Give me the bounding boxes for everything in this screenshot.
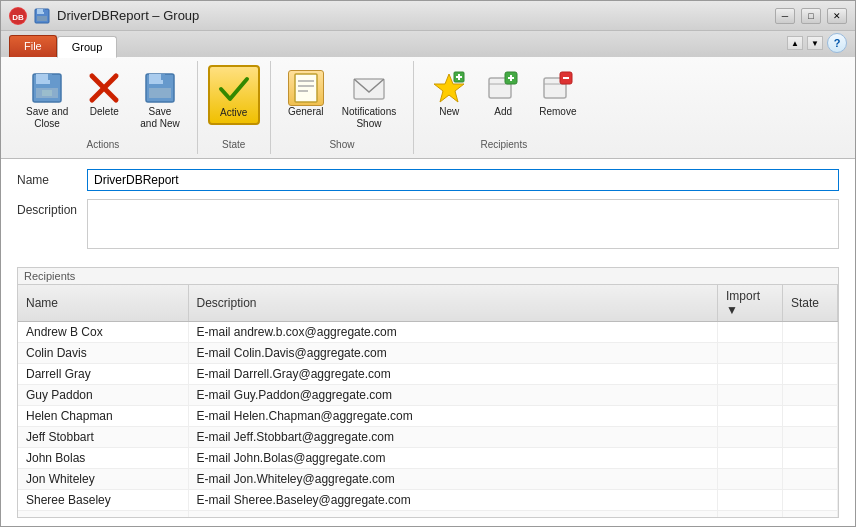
remove-button[interactable]: Remove (532, 65, 583, 123)
window-title: DriverDBReport – Group (57, 8, 199, 23)
cell-description: E-mail Jon.Whiteley@aggregate.com (188, 469, 718, 490)
active-icon (216, 71, 252, 107)
name-label: Name (17, 169, 87, 187)
active-button[interactable]: Active (208, 65, 260, 125)
ribbon-nav-down[interactable]: ▼ (807, 36, 823, 50)
cell-import (718, 322, 783, 343)
cell-state (783, 343, 838, 364)
new-button[interactable]: New (424, 65, 474, 123)
cell-import (718, 448, 783, 469)
cell-description: E-mail Sheree.Baseley@aggregate.com (188, 490, 718, 511)
cell-name: Jon Whiteley (18, 469, 188, 490)
add-label: Add (494, 106, 512, 118)
ribbon: File Group ▲ ▼ ? (1, 31, 855, 159)
col-header-description: Description (188, 285, 718, 322)
actions-buttons: Save and Close Delete (19, 65, 187, 135)
notifications-button[interactable]: Notifications Show (335, 65, 403, 135)
remove-icon (540, 70, 576, 106)
cell-import (718, 343, 783, 364)
cell-import (718, 364, 783, 385)
cell-state: ✔ (783, 511, 838, 518)
cell-description: E-mail Colin.Davis@aggregate.com (188, 343, 718, 364)
add-icon (485, 70, 521, 106)
svg-rect-17 (295, 74, 317, 102)
recipients-table-container[interactable]: Name Description Import ▼ State Andrew B… (18, 285, 838, 517)
recipients-table: Name Description Import ▼ State Andrew B… (18, 285, 838, 517)
state-group-label: State (222, 139, 245, 150)
description-label: Description (17, 199, 87, 217)
minimize-button[interactable]: ─ (775, 8, 795, 24)
cell-description: E-mail Tim.Saddler@aggregate.com (188, 511, 718, 518)
cell-state (783, 385, 838, 406)
cell-name: John Bolas (18, 448, 188, 469)
delete-button[interactable]: Delete (79, 65, 129, 123)
recipients-group-label: Recipients (480, 139, 527, 150)
svg-rect-16 (161, 74, 165, 80)
svg-rect-3 (37, 9, 44, 14)
cell-description: E-mail Guy.Paddon@aggregate.com (188, 385, 718, 406)
name-row: Name (17, 169, 839, 191)
cell-description: E-mail andrew.b.cox@aggregate.com (188, 322, 718, 343)
recipients-buttons: New Add (424, 65, 583, 135)
svg-rect-5 (43, 9, 45, 12)
cell-name: Tim Saddler (18, 511, 188, 518)
ribbon-group-recipients: New Add (414, 61, 593, 154)
title-bar-controls: ─ □ ✕ (775, 8, 847, 24)
col-header-import[interactable]: Import ▼ (718, 285, 783, 322)
svg-rect-14 (149, 74, 163, 84)
table-row[interactable]: Sheree BaseleyE-mail Sheree.Baseley@aggr… (18, 490, 838, 511)
cell-name: Colin Davis (18, 343, 188, 364)
ribbon-group-state: Active State (198, 61, 271, 154)
table-header-row: Name Description Import ▼ State (18, 285, 838, 322)
new-icon (431, 70, 467, 106)
table-row[interactable]: Darrell GrayE-mail Darrell.Gray@aggregat… (18, 364, 838, 385)
description-input[interactable] (87, 199, 839, 249)
table-row[interactable]: Colin DavisE-mail Colin.Davis@aggregate.… (18, 343, 838, 364)
svg-rect-10 (42, 90, 52, 96)
description-row: Description (17, 199, 839, 249)
table-row[interactable]: Jeff StobbartE-mail Jeff.Stobbart@aggreg… (18, 427, 838, 448)
save-close-button[interactable]: Save and Close (19, 65, 75, 135)
tab-group[interactable]: Group (57, 36, 118, 58)
ribbon-group-actions: Save and Close Delete (9, 61, 198, 154)
cell-description: E-mail Darrell.Gray@aggregate.com (188, 364, 718, 385)
table-row[interactable]: John BolasE-mail John.Bolas@aggregate.co… (18, 448, 838, 469)
general-button[interactable]: General (281, 65, 331, 123)
table-row[interactable]: Andrew B CoxE-mail andrew.b.cox@aggregat… (18, 322, 838, 343)
table-row[interactable]: Tim SaddlerE-mail Tim.Saddler@aggregate.… (18, 511, 838, 518)
cell-import (718, 406, 783, 427)
svg-rect-7 (36, 74, 50, 84)
cell-description: E-mail Helen.Chapman@aggregate.com (188, 406, 718, 427)
add-button[interactable]: Add (478, 65, 528, 123)
name-input[interactable] (87, 169, 839, 191)
state-buttons: Active (208, 65, 260, 135)
notifications-label: Notifications Show (342, 106, 396, 130)
help-button[interactable]: ? (827, 33, 847, 53)
form-area: Name Description (1, 159, 855, 267)
close-button[interactable]: ✕ (827, 8, 847, 24)
title-bar: DB DriverDBReport – Group ─ □ ✕ (1, 1, 855, 31)
cell-name: Helen Chapman (18, 406, 188, 427)
cell-name: Darrell Gray (18, 364, 188, 385)
cell-name: Sheree Baseley (18, 490, 188, 511)
show-buttons: General Notifications Show (281, 65, 403, 135)
save-new-icon (142, 70, 178, 106)
svg-rect-4 (37, 16, 47, 21)
cell-name: Andrew B Cox (18, 322, 188, 343)
cell-state (783, 322, 838, 343)
save-new-button[interactable]: Save and New (133, 65, 186, 135)
table-row[interactable]: Jon WhiteleyE-mail Jon.Whiteley@aggregat… (18, 469, 838, 490)
cell-state (783, 448, 838, 469)
ribbon-group-show: General Notifications Show Show (271, 61, 414, 154)
cell-import (718, 385, 783, 406)
maximize-button[interactable]: □ (801, 8, 821, 24)
ribbon-content: Save and Close Delete (1, 57, 855, 158)
ribbon-nav-up[interactable]: ▲ (787, 36, 803, 50)
col-header-state: State (783, 285, 838, 322)
table-row[interactable]: Helen ChapmanE-mail Helen.Chapman@aggreg… (18, 406, 838, 427)
tab-file[interactable]: File (9, 35, 57, 57)
table-row[interactable]: Guy PaddonE-mail Guy.Paddon@aggregate.co… (18, 385, 838, 406)
svg-rect-9 (48, 74, 52, 80)
title-bar-left: DB DriverDBReport – Group (9, 7, 199, 25)
recipients-section-header: Recipients (18, 268, 838, 285)
